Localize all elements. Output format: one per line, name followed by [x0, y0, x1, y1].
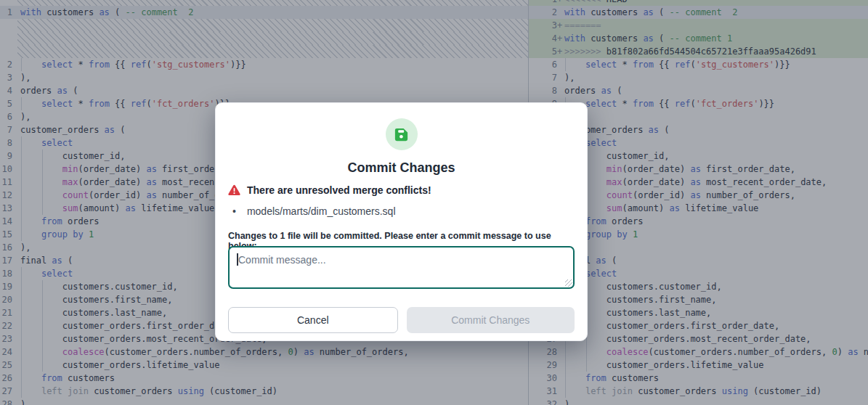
cancel-button[interactable]: Cancel — [228, 307, 398, 333]
commit-instruction: Changes to 1 file will be committed. Ple… — [228, 231, 575, 242]
merge-conflict-warning: There are unresolved merge conflicts! — [228, 184, 575, 197]
commit-changes-modal: Commit Changes There are unresolved merg… — [215, 102, 588, 341]
dbt-ide-commit-screen: 1with customers as ( -- comment 22 selec… — [0, 0, 868, 405]
commit-message-wrapper — [228, 246, 575, 289]
modal-title: Commit Changes — [216, 160, 587, 176]
modal-footer: Cancel Commit Changes — [228, 307, 575, 333]
floppy-save-icon — [393, 126, 410, 143]
commit-changes-button[interactable]: Commit Changes — [407, 307, 575, 333]
conflict-file-item: models/marts/dim_customers.sql — [228, 205, 575, 217]
textarea-resize-grip[interactable] — [565, 279, 572, 287]
conflict-file-list: models/marts/dim_customers.sql — [228, 205, 575, 218]
warning-text: There are unresolved merge conflicts! — [247, 184, 431, 196]
text-cursor — [237, 253, 238, 266]
save-icon-badge — [386, 118, 418, 150]
commit-message-input[interactable] — [228, 246, 575, 289]
warning-triangle-icon — [228, 184, 240, 196]
